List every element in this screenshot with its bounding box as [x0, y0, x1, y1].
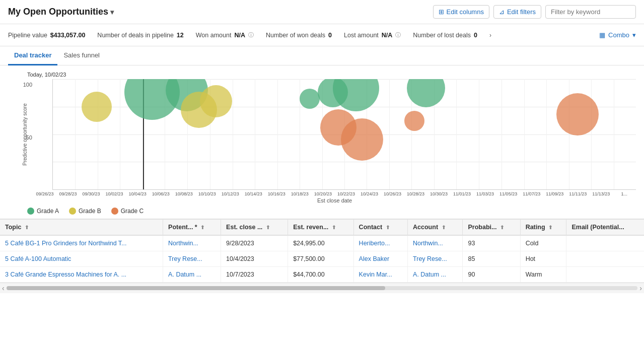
cell-est-revenue-0: $24,995.00 [288, 235, 353, 251]
x-date-3: 09/30/23 [80, 191, 103, 196]
scroll-right-icon[interactable]: › [639, 284, 642, 292]
cell-potential-2[interactable]: A. Datum ... [163, 267, 221, 283]
x-date-21: 11/05/23 [497, 191, 520, 196]
combo-chevron-icon: ▾ [632, 31, 636, 39]
cell-potential-1[interactable]: Trey Rese... [163, 251, 221, 267]
vgrid-3 [120, 79, 120, 189]
stat-lost-amount: Lost amount N/A ⓘ [344, 31, 401, 39]
bubble-13[interactable] [556, 93, 599, 135]
bubble-6[interactable] [300, 89, 320, 109]
col-potential[interactable]: Potent... * ⬆ [163, 220, 221, 235]
stat-deals-value: 12 [177, 32, 184, 39]
cell-est-revenue-2: $44,700.00 [288, 267, 353, 283]
cell-contact-0[interactable]: Heriberto... [353, 235, 407, 251]
col-account[interactable]: Account ⬆ [408, 220, 463, 235]
cell-email-1 [566, 251, 644, 267]
col-est-close[interactable]: Est. close ... ⬆ [221, 220, 288, 235]
cell-account-0[interactable]: Northwin... [408, 235, 463, 251]
stat-deals-in-pipeline: Number of deals in pipeline 12 [97, 32, 183, 39]
edit-filters-button[interactable]: ⊿ Edit filters [493, 5, 541, 19]
legend-label-a: Grade A [37, 208, 59, 215]
cell-est-close-0: 9/28/2023 [221, 235, 288, 251]
cell-topic-1[interactable]: 5 Café A-100 Automatic [0, 251, 163, 267]
legend-label-b: Grade B [79, 208, 101, 215]
edit-columns-button[interactable]: ⊞ Edit columns [433, 5, 489, 19]
stat-won-deals-label: Number of won deals [266, 32, 325, 39]
lost-amount-info-icon[interactable]: ⓘ [395, 31, 401, 39]
col-topic[interactable]: Topic ⬆ [0, 220, 163, 235]
combo-selector[interactable]: ▦ Combo ▾ [599, 31, 636, 39]
stat-pipeline-label: Pipeline value [8, 32, 47, 39]
table-wrapper[interactable]: Topic ⬆ Potent... * ⬆ Est. close ... ⬆ E… [0, 219, 644, 283]
keyword-filter-input[interactable] [545, 5, 636, 19]
col-est-revenue[interactable]: Est. reven... ⬆ [288, 220, 353, 235]
x-date-25: 11/13/23 [590, 191, 613, 196]
stat-lost-deals: Number of lost deals 0 [413, 32, 477, 39]
tab-deal-tracker[interactable]: Deal tracker [8, 46, 57, 65]
title-chevron-icon[interactable]: ▾ [110, 8, 114, 16]
col-contact[interactable]: Contact ⬆ [353, 220, 407, 235]
x-date-22: 11/07/23 [520, 191, 543, 196]
cell-rating-2: Warm [520, 267, 566, 283]
cell-probability-0: 93 [463, 235, 520, 251]
cell-email-2 [566, 267, 644, 283]
col-probability[interactable]: Probabi... ⬆ [463, 220, 520, 235]
chart-legend: Grade A Grade B Grade C [0, 203, 644, 219]
header-title-group: My Open Opportunities ▾ [8, 7, 433, 17]
potential-sort-icon: ⬆ [200, 225, 204, 230]
cell-account-2[interactable]: A. Datum ... [408, 267, 463, 283]
horizontal-scrollbar[interactable]: ‹ › [0, 283, 644, 293]
stat-won-deals: Number of won deals 0 [266, 32, 332, 39]
cell-topic-2[interactable]: 3 Café Grande Espresso Machines for A. .… [0, 267, 163, 283]
bubble-10[interactable] [341, 118, 383, 161]
tab-sales-funnel[interactable]: Sales funnel [57, 46, 106, 65]
filter-icon: ⊿ [499, 8, 505, 16]
scrollbar-track[interactable] [7, 286, 638, 290]
x-axis-dates: 09/26/23 09/28/23 09/30/23 10/02/23 10/0… [33, 190, 636, 196]
legend-grade-c: Grade C [111, 208, 144, 215]
won-amount-info-icon[interactable]: ⓘ [248, 31, 254, 39]
x-date-10: 10/14/23 [242, 191, 265, 196]
bubble-12[interactable] [404, 111, 424, 131]
vgrid-24 [591, 79, 592, 189]
cell-potential-0[interactable]: Northwin... [163, 235, 221, 251]
table-row: 3 Café Grande Espresso Machines for A. .… [0, 267, 644, 283]
probability-sort-icon: ⬆ [500, 225, 504, 230]
y-axis-title: Predictive opportunity score [22, 103, 28, 165]
vgrid-9 [255, 79, 255, 189]
cell-probability-1: 85 [463, 251, 520, 267]
legend-grade-a: Grade A [27, 208, 59, 215]
col-email[interactable]: Email (Potential... [566, 220, 644, 235]
stat-won-deals-value: 0 [328, 32, 332, 39]
vgrid-1 [75, 79, 76, 189]
bubble-1[interactable] [82, 92, 112, 122]
legend-dot-a [27, 208, 34, 215]
legend-dot-b [69, 208, 76, 215]
stat-won-amount-label: Won amount [196, 32, 232, 39]
bubble-5[interactable] [200, 85, 232, 117]
combo-label: Combo [608, 31, 629, 39]
bubble-11[interactable] [407, 79, 445, 107]
cell-email-0 [566, 235, 644, 251]
page-title: My Open Opportunities [8, 7, 108, 17]
contact-sort-icon: ⬆ [386, 225, 390, 230]
account-sort-icon: ⬆ [442, 225, 446, 230]
stats-more-icon[interactable]: › [489, 32, 491, 39]
x-axis-label: Est close date [33, 197, 636, 203]
x-date-15: 10/24/23 [357, 191, 381, 196]
x-date-5: 10/04/23 [126, 191, 149, 196]
x-date-20: 11/03/23 [474, 191, 497, 196]
opportunities-table: Topic ⬆ Potent... * ⬆ Est. close ... ⬆ E… [0, 220, 644, 283]
cell-topic-0[interactable]: 5 Café BG-1 Pro Grinders for Northwind T… [0, 235, 163, 251]
cell-contact-2[interactable]: Kevin Mar... [353, 267, 407, 283]
est-close-sort-icon: ⬆ [266, 225, 270, 230]
x-date-23: 11/09/23 [543, 191, 566, 196]
cell-contact-1[interactable]: Alex Baker [353, 251, 407, 267]
cell-account-1[interactable]: Trey Rese... [408, 251, 463, 267]
scrollbar-thumb[interactable] [7, 286, 385, 290]
scroll-left-icon[interactable]: ‹ [2, 284, 5, 292]
x-date-6: 10/06/23 [149, 191, 172, 196]
legend-grade-b: Grade B [69, 208, 101, 215]
cell-est-revenue-1: $77,500.00 [288, 251, 353, 267]
col-rating[interactable]: Rating ⬆ [520, 220, 566, 235]
